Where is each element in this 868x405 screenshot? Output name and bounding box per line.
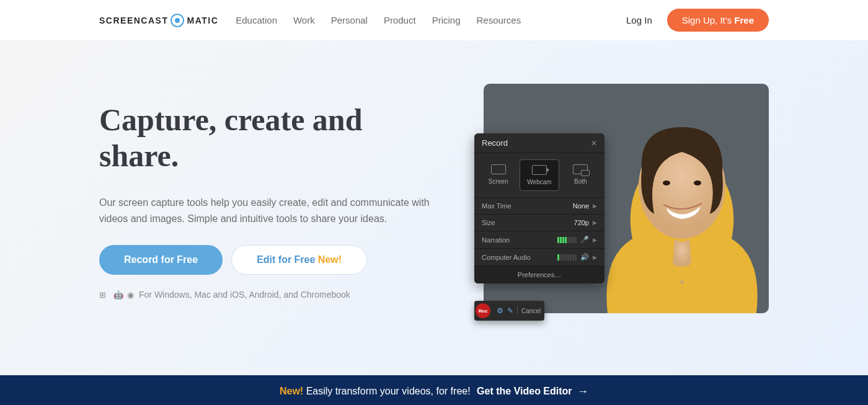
webcam-icon	[532, 165, 547, 175]
edit-free-label: Edit for Free	[257, 254, 318, 265]
signup-prefix: Sign Up, It's	[682, 15, 735, 25]
record-panel: Record ✕ Screen Webcam Both Max Time	[474, 133, 604, 283]
platform-caption: ⊞ 🤖 ◉ For Windows, Mac and iOS, Android,…	[99, 290, 434, 300]
banner-cta: Get the Video Editor	[477, 386, 572, 396]
signup-bold: Free	[734, 15, 754, 25]
header-right: Log In Sign Up, It's Free	[626, 9, 769, 32]
svg-point-3	[680, 280, 684, 284]
record-mode-row: Screen Webcam Both	[474, 153, 604, 198]
logo-text-2: MATIC	[187, 16, 218, 25]
mode-both[interactable]: Both	[562, 159, 600, 191]
edit-free-new-tag: New!	[318, 254, 342, 265]
login-link[interactable]: Log In	[626, 15, 652, 25]
banner-text: Easily transform your videos, for free!	[306, 386, 473, 396]
mode-webcam-label: Webcam	[527, 179, 551, 185]
chevron-right-icon: ▶	[593, 254, 597, 260]
size-label: Size	[482, 219, 495, 226]
top-nav: SCREENCAST MATIC Education Work Personal…	[0, 0, 868, 40]
chevron-right-icon: ▶	[593, 203, 597, 209]
arrow-right-icon: →	[577, 385, 588, 398]
microphone-icon: 🎤	[580, 236, 589, 244]
rec-label: Rec	[479, 308, 488, 314]
pencil-icon[interactable]: ✎	[507, 306, 513, 315]
android-icon: 🤖	[113, 290, 123, 300]
chevron-right-icon: ▶	[593, 220, 597, 226]
mode-screen-label: Screen	[489, 178, 508, 185]
svg-point-2	[694, 180, 701, 185]
preferences-button[interactable]: Preferences…	[474, 266, 604, 283]
hero-content: Capture, create and share. Our screen ca…	[99, 84, 434, 300]
mode-screen[interactable]: Screen	[479, 159, 517, 191]
gear-icon[interactable]: ⚙	[497, 306, 503, 315]
nav-personal[interactable]: Personal	[331, 15, 368, 25]
max-time-value: None	[573, 202, 589, 210]
rec-button[interactable]: Rec	[476, 303, 490, 318]
narration-label: Narration	[482, 236, 510, 244]
setting-max-time[interactable]: Max Time None▶	[474, 198, 604, 215]
setting-computer-audio[interactable]: Computer Audio 🔊 ▶	[474, 249, 604, 266]
nav-pricing[interactable]: Pricing	[432, 15, 461, 25]
windows-icon: ⊞	[99, 290, 106, 300]
main-nav: Education Work Personal Product Pricing …	[236, 15, 521, 25]
chevron-right-icon: ▶	[593, 237, 597, 243]
hero-title: Capture, create and share.	[99, 102, 434, 174]
hero-image-area: Record ✕ Screen Webcam Both Max Time	[484, 84, 769, 313]
nav-education[interactable]: Education	[236, 15, 277, 25]
promo-banner[interactable]: New! Easily transform your videos, for f…	[0, 375, 868, 405]
audio-level-meter	[557, 254, 577, 260]
logo[interactable]: SCREENCAST MATIC	[99, 14, 218, 27]
logo-circle-icon	[170, 14, 184, 27]
close-icon[interactable]: ✕	[591, 139, 597, 148]
hero-subtitle: Our screen capture tools help you easily…	[99, 195, 434, 226]
cancel-button[interactable]: Cancel	[521, 308, 541, 314]
nav-work[interactable]: Work	[293, 15, 315, 25]
banner-new-tag: New!	[280, 386, 303, 396]
screen-icon	[491, 164, 506, 174]
hero-section: Capture, create and share. Our screen ca…	[0, 40, 868, 375]
edit-free-button[interactable]: Edit for Free New!	[231, 245, 367, 275]
logo-text-1: SCREENCAST	[99, 16, 168, 25]
chrome-icon: ◉	[127, 290, 134, 300]
platform-icons: ⊞ 🤖 ◉	[99, 290, 134, 300]
record-panel-header: Record ✕	[474, 133, 604, 153]
platform-text: For Windows, Mac and iOS, Android, and C…	[139, 290, 350, 300]
computer-audio-label: Computer Audio	[482, 254, 531, 261]
narration-level-meter	[557, 237, 577, 243]
size-value: 720p	[574, 219, 589, 226]
nav-product[interactable]: Product	[384, 15, 416, 25]
record-toolbar: Rec ⚙ ✎ Cancel	[474, 301, 544, 321]
svg-point-1	[663, 180, 670, 185]
toolbar-divider	[517, 306, 518, 315]
mode-webcam[interactable]: Webcam	[520, 159, 559, 191]
signup-button[interactable]: Sign Up, It's Free	[667, 9, 769, 32]
both-icon	[573, 164, 588, 174]
setting-size[interactable]: Size 720p▶	[474, 215, 604, 231]
mode-both-label: Both	[574, 178, 587, 185]
speaker-icon: 🔊	[580, 253, 589, 261]
nav-resources[interactable]: Resources	[476, 15, 521, 25]
record-free-button[interactable]: Record for Free	[99, 245, 223, 275]
record-panel-title: Record	[482, 138, 508, 148]
hero-buttons: Record for Free Edit for Free New!	[99, 245, 434, 275]
setting-narration[interactable]: Narration 🎤 ▶	[474, 231, 604, 249]
header-left: SCREENCAST MATIC Education Work Personal…	[99, 14, 521, 27]
max-time-label: Max Time	[482, 202, 512, 210]
